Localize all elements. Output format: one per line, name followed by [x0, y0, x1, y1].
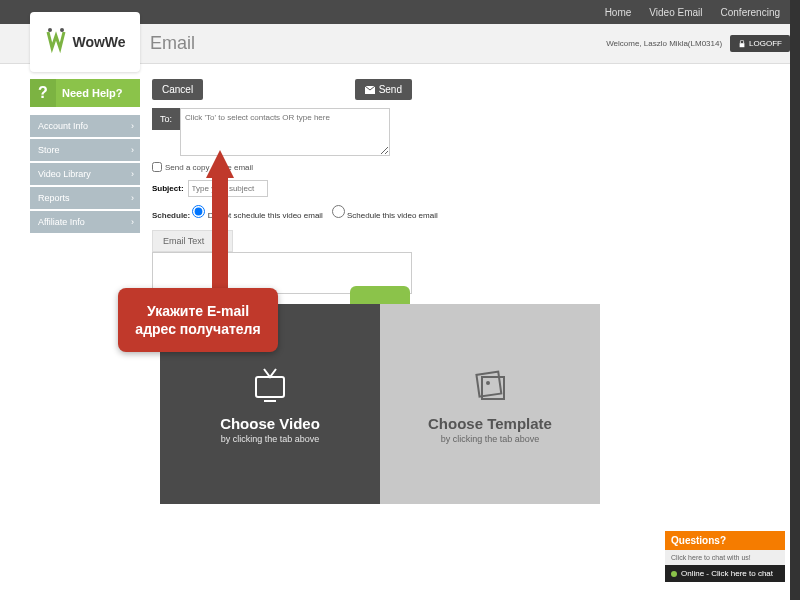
schedule-no-radio[interactable] — [192, 205, 205, 218]
chat-status-text: Online - Click here to chat — [681, 569, 773, 578]
sidebar-item-video-library[interactable]: Video Library — [30, 163, 140, 185]
main-compose-area: Cancel Send To: Send a copy of the email… — [152, 79, 790, 294]
chat-subtitle: Click here to chat with us! — [665, 550, 785, 565]
logo-text: WowWe — [72, 34, 125, 50]
logo[interactable]: WowWe — [30, 12, 140, 72]
svg-point-1 — [60, 28, 64, 32]
nav-video-email[interactable]: Video Email — [649, 7, 702, 18]
need-help-button[interactable]: ? Need Help? — [30, 79, 140, 107]
svg-point-0 — [48, 28, 52, 32]
envelope-icon — [365, 86, 375, 94]
schedule-yes-radio[interactable] — [332, 205, 345, 218]
sidebar: ? Need Help? Account Info Store Video Li… — [30, 79, 140, 294]
welcome-text: Welcome, Laszlo Mikla(LM0314) — [606, 39, 722, 48]
svg-point-8 — [486, 381, 490, 385]
template-icon — [470, 365, 510, 405]
sidebar-item-store[interactable]: Store — [30, 139, 140, 161]
chat-title: Questions? — [665, 531, 785, 550]
callout-tooltip: Укажите E-mail адрес получателя — [118, 288, 278, 352]
choose-video-title: Choose Video — [220, 415, 320, 432]
callout-arrow — [208, 150, 232, 288]
lock-icon — [738, 40, 746, 48]
logoff-label: LOGOFF — [749, 39, 782, 48]
send-copy-checkbox[interactable] — [152, 162, 162, 172]
svg-rect-2 — [740, 43, 745, 47]
nav-home[interactable]: Home — [605, 7, 632, 18]
schedule-label: Schedule: — [152, 211, 190, 220]
sidebar-item-affiliate[interactable]: Affiliate Info — [30, 211, 140, 233]
to-label[interactable]: To: — [152, 108, 180, 130]
need-help-label: Need Help? — [56, 87, 123, 99]
cancel-button[interactable]: Cancel — [152, 79, 203, 100]
choose-template-title: Choose Template — [428, 415, 552, 432]
sidebar-item-reports[interactable]: Reports — [30, 187, 140, 209]
send-label: Send — [379, 84, 402, 95]
right-scrollbar[interactable] — [790, 0, 800, 600]
choose-template-panel[interactable]: Choose Template by clicking the tab abov… — [380, 304, 600, 504]
to-input[interactable] — [180, 108, 390, 156]
subject-label: Subject: — [152, 184, 184, 193]
schedule-yes-label: Schedule this video email — [347, 211, 438, 220]
send-button[interactable]: Send — [355, 79, 412, 100]
nav-conferencing[interactable]: Conferencing — [721, 7, 780, 18]
question-icon: ? — [30, 79, 56, 107]
logo-icon — [44, 28, 68, 56]
logoff-button[interactable]: LOGOFF — [730, 35, 790, 52]
sidebar-item-account[interactable]: Account Info — [30, 115, 140, 137]
choose-video-sub: by clicking the tab above — [221, 434, 320, 444]
online-dot-icon — [671, 571, 677, 577]
chat-status-bar[interactable]: Online - Click here to chat — [665, 565, 785, 582]
page-title: Email — [150, 33, 195, 54]
choose-template-sub: by clicking the tab above — [441, 434, 540, 444]
chat-widget[interactable]: Questions? Click here to chat with us! O… — [665, 531, 785, 582]
panel-tab[interactable] — [350, 286, 410, 304]
tv-icon — [250, 365, 290, 405]
tab-email-text[interactable]: Email Text — [152, 230, 215, 252]
svg-rect-4 — [256, 377, 284, 397]
